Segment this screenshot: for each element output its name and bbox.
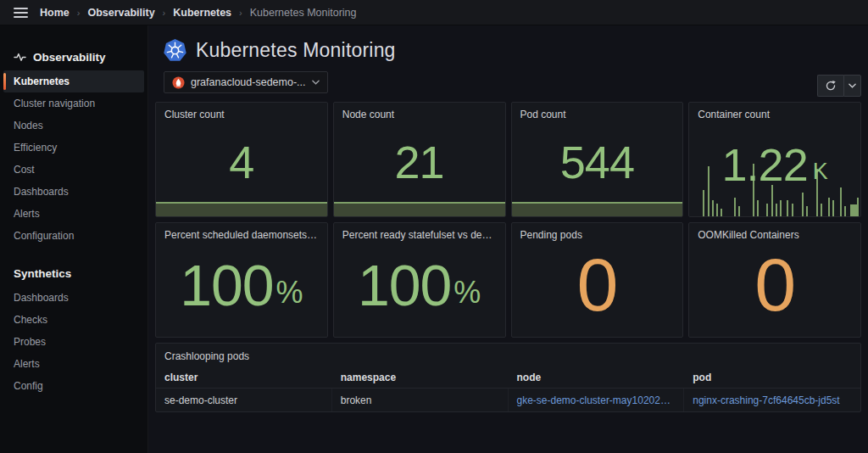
chevron-down-icon (849, 83, 856, 88)
refresh-icon (825, 80, 837, 92)
sidebar-item-kubernetes[interactable]: Kubernetes (3, 70, 144, 92)
refresh-button[interactable] (817, 75, 843, 97)
breadcrumb-home[interactable]: Home (40, 7, 70, 19)
breadcrumb-current-page: Kubernetes Monitoring (250, 7, 357, 19)
stat-panel-cluster-count: Cluster count 4 (155, 102, 328, 217)
activity-pulse-icon (14, 51, 26, 64)
menu-toggle-icon[interactable] (12, 5, 30, 20)
sparkline-area (334, 202, 505, 216)
sidebar-item-config[interactable]: Config (3, 375, 144, 397)
stat-panel-oomkilled-containers: OOMKilled Containers 0 (688, 222, 861, 338)
sidebar-section-synthetics[interactable]: Synthetics (0, 260, 147, 287)
sidebar-item-nodes[interactable]: Nodes (3, 115, 144, 137)
stat-value: 1.22K (722, 142, 828, 187)
stat-panel-node-count: Node count 21 (333, 102, 506, 217)
cell-pod-link[interactable]: nginx-crashing-7cf64645cb-jd5st (684, 389, 860, 412)
refresh-button-group (817, 75, 861, 97)
breadcrumb-observability[interactable]: Observability (87, 7, 154, 19)
sidebar-item-checks[interactable]: Checks (3, 309, 144, 331)
prometheus-icon (172, 76, 185, 89)
crashlooping-pods-panel: Crashlooping pods cluster namespace node… (155, 343, 861, 412)
stat-panel-daemonsets-scheduled: Percent scheduled daemonsets vs desi... … (155, 222, 328, 338)
sidebar-section-label: Synthetics (14, 267, 71, 280)
sidebar-item-efficiency[interactable]: Efficiency (3, 137, 144, 159)
table-header-row: cluster namespace node pod (156, 367, 860, 389)
datasource-label: grafanacloud-sedemo-... (191, 76, 306, 88)
stat-value: 21 (395, 139, 444, 185)
datasource-picker[interactable]: grafanacloud-sedemo-... (164, 71, 328, 93)
stat-panel-container-count: Container count 1.22K (688, 102, 861, 217)
stat-panel-pod-count: Pod count 544 (511, 102, 684, 217)
sidebar-section-label: Observability (33, 51, 106, 64)
breadcrumb-separator: › (77, 8, 81, 18)
sidebar-item-dashboards[interactable]: Dashboards (3, 181, 144, 203)
panel-title[interactable]: Percent ready statefulset vs desired (334, 223, 505, 241)
sparkline-area (156, 202, 327, 216)
panel-title[interactable]: Pending pods (512, 223, 683, 241)
stat-value: 100% (180, 256, 303, 314)
sidebar-item-probes[interactable]: Probes (3, 331, 144, 353)
panel-title[interactable]: Crashlooping pods (156, 344, 860, 367)
sidebar-item-synthetics-alerts[interactable]: Alerts (3, 353, 144, 375)
page-title: Kubernetes Monitoring (196, 39, 396, 62)
refresh-interval-dropdown[interactable] (843, 75, 861, 97)
panel-title[interactable]: Pod count (512, 103, 683, 120)
sidebar-item-configuration[interactable]: Configuration (3, 225, 144, 247)
stat-panel-statefulset-ready: Percent ready statefulset vs desired 100… (333, 222, 506, 338)
stat-value: 100% (358, 256, 481, 314)
sparkline-area (512, 202, 683, 216)
stat-value: 544 (560, 139, 634, 185)
stat-panel-pending-pods: Pending pods 0 (511, 222, 684, 338)
table-row: se-demo-cluster broken gke-se-demo-clust… (156, 389, 860, 412)
panel-title[interactable]: Cluster count (156, 103, 327, 120)
panel-title[interactable]: Node count (334, 103, 505, 120)
stat-value: 0 (754, 248, 795, 322)
sidebar: Observability Kubernetes Cluster navigat… (0, 25, 148, 453)
column-header-node[interactable]: node (509, 367, 685, 388)
breadcrumb: Home › Observability › Kubernetes › Kube… (40, 7, 357, 19)
column-header-cluster[interactable]: cluster (156, 367, 332, 388)
panel-title[interactable]: Container count (689, 103, 860, 120)
chevron-down-icon (312, 80, 320, 85)
breadcrumb-separator: › (163, 8, 166, 18)
top-navigation-bar: Home › Observability › Kubernetes › Kube… (0, 0, 868, 25)
cell-node-link[interactable]: gke-se-demo-cluster-may102023-2c7a... (509, 389, 685, 412)
sidebar-item-cost[interactable]: Cost (3, 159, 144, 181)
cell-cluster: se-demo-cluster (156, 389, 332, 412)
stat-value: 0 (576, 248, 617, 322)
breadcrumb-separator: › (239, 8, 242, 18)
kubernetes-icon (164, 39, 186, 62)
sidebar-section-observability[interactable]: Observability (0, 44, 147, 70)
column-header-pod[interactable]: pod (684, 367, 860, 388)
panel-title[interactable]: OOMKilled Containers (689, 223, 860, 241)
sidebar-item-cluster-navigation[interactable]: Cluster navigation (3, 92, 144, 115)
panel-title[interactable]: Percent scheduled daemonsets vs desi... (156, 223, 327, 241)
column-header-namespace[interactable]: namespace (332, 367, 509, 388)
sidebar-item-synthetics-dashboards[interactable]: Dashboards (3, 287, 144, 309)
stat-value: 4 (229, 139, 253, 185)
sidebar-item-alerts[interactable]: Alerts (3, 203, 144, 225)
breadcrumb-kubernetes[interactable]: Kubernetes (173, 7, 231, 19)
cell-namespace: broken (332, 389, 509, 412)
dashboard-main-area: Kubernetes Monitoring grafanacloud-sedem… (148, 25, 868, 453)
